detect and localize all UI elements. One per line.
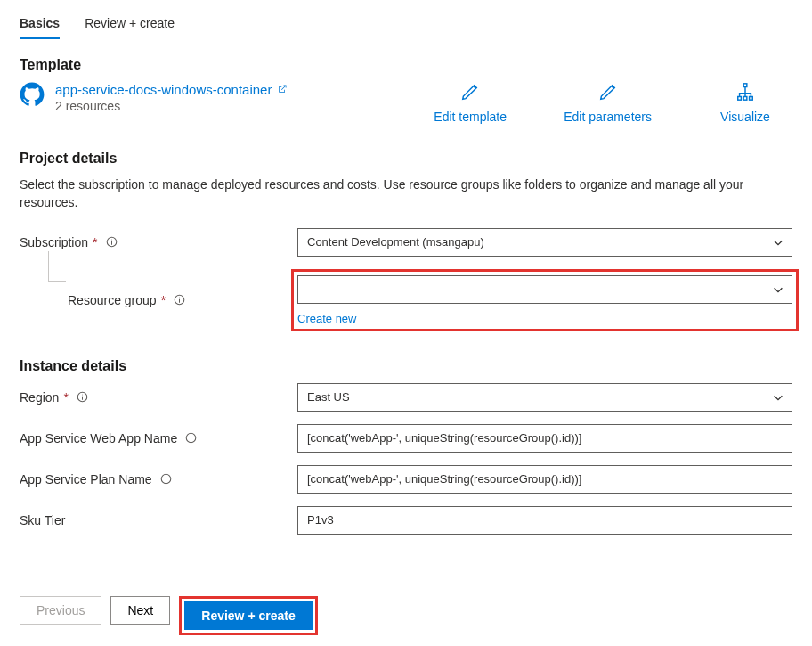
tree-indicator <box>48 251 66 282</box>
plan-name-label: App Service Plan Name <box>20 472 152 487</box>
required-asterisk: * <box>63 390 68 405</box>
svg-rect-3 <box>750 97 753 101</box>
visualize-label: Visualize <box>720 110 770 124</box>
subscription-row: Subscription * Content Development (msan… <box>20 228 792 257</box>
edit-parameters-label: Edit parameters <box>564 110 652 124</box>
review-create-highlight: Review + create <box>179 596 317 635</box>
svg-point-9 <box>179 298 180 298</box>
resource-group-highlight: Create new <box>291 269 799 331</box>
required-asterisk: * <box>161 293 166 307</box>
review-create-button[interactable]: Review + create <box>184 601 312 630</box>
next-button[interactable]: Next <box>110 596 170 625</box>
resource-group-select[interactable] <box>297 275 792 304</box>
pencil-icon <box>460 82 480 104</box>
subscription-select[interactable]: Content Development (msangapu) <box>297 228 792 257</box>
plan-name-row: App Service Plan Name <box>20 465 792 494</box>
required-asterisk: * <box>93 235 97 249</box>
svg-point-18 <box>166 477 166 478</box>
info-icon[interactable] <box>160 473 172 485</box>
tab-basics[interactable]: Basics <box>20 11 60 39</box>
footer: Previous Next Review + create <box>0 585 812 646</box>
info-icon[interactable] <box>106 236 118 248</box>
region-value: East US <box>307 390 350 404</box>
resource-group-label: Resource group <box>68 293 157 307</box>
svg-rect-2 <box>743 97 747 101</box>
svg-rect-1 <box>738 97 742 101</box>
svg-rect-0 <box>743 84 747 87</box>
info-icon[interactable] <box>185 432 197 444</box>
template-heading: Template <box>20 57 792 73</box>
region-select[interactable]: East US <box>297 383 792 412</box>
svg-point-12 <box>82 395 83 396</box>
hierarchy-icon <box>735 82 755 104</box>
region-label: Region <box>20 390 59 405</box>
chevron-down-icon <box>772 236 784 249</box>
resource-group-row: Resource group * Create new <box>20 269 792 331</box>
edit-parameters-button[interactable]: Edit parameters <box>564 82 652 124</box>
project-details-heading: Project details <box>20 151 792 167</box>
create-new-link[interactable]: Create new <box>297 312 356 325</box>
tab-bar: Basics Review + create <box>20 11 792 39</box>
template-row: app-service-docs-windows-container 2 res… <box>20 82 792 124</box>
instance-details-heading: Instance details <box>20 358 792 374</box>
region-row: Region * East US <box>20 383 792 412</box>
edit-template-label: Edit template <box>434 110 507 124</box>
chevron-down-icon <box>772 283 784 296</box>
plan-name-input[interactable] <box>297 465 792 494</box>
template-link[interactable]: app-service-docs-windows-container <box>55 82 272 97</box>
resources-count: 2 resources <box>55 99 288 113</box>
sku-tier-label: Sku Tier <box>20 513 65 527</box>
github-icon <box>20 82 45 110</box>
svg-point-15 <box>191 436 191 437</box>
pencil-icon <box>598 82 618 104</box>
info-icon[interactable] <box>77 391 88 403</box>
web-app-name-input[interactable] <box>297 424 792 453</box>
edit-template-button[interactable]: Edit template <box>430 82 510 124</box>
web-app-name-label: App Service Web App Name <box>20 431 177 446</box>
info-icon[interactable] <box>174 294 185 306</box>
project-details-description: Select the subscription to manage deploy… <box>20 176 792 212</box>
chevron-down-icon <box>772 391 784 404</box>
subscription-label: Subscription <box>20 235 88 249</box>
previous-button: Previous <box>20 596 102 625</box>
web-app-name-row: App Service Web App Name <box>20 424 792 453</box>
svg-point-6 <box>111 240 112 241</box>
tab-review-create[interactable]: Review + create <box>85 11 175 39</box>
sku-tier-input[interactable] <box>297 506 792 535</box>
visualize-button[interactable]: Visualize <box>705 82 785 124</box>
external-link-icon <box>277 83 288 97</box>
sku-tier-row: Sku Tier <box>20 506 792 535</box>
subscription-value: Content Development (msangapu) <box>307 235 484 249</box>
